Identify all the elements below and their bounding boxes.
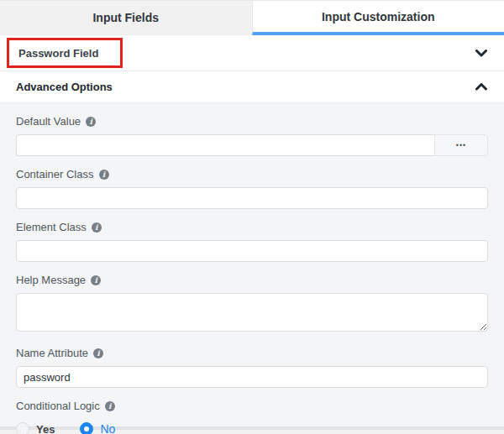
- info-icon[interactable]: i: [99, 170, 109, 180]
- form-builder-settings-panel: Input Fields Input Customization Passwor…: [0, 0, 504, 434]
- help-message-textarea[interactable]: [16, 293, 488, 332]
- radio-no-circle[interactable]: [80, 422, 93, 434]
- highlight-red-box: Password Field: [7, 38, 123, 68]
- help-message-group: Help Message i: [16, 274, 488, 335]
- element-class-input[interactable]: [16, 240, 488, 262]
- settings-tabbar: Input Fields Input Customization: [0, 1, 504, 35]
- radio-yes[interactable]: Yes: [16, 422, 55, 434]
- radio-no[interactable]: No: [80, 422, 115, 434]
- tab-input-fields[interactable]: Input Fields: [0, 1, 252, 35]
- container-class-group: Container Class i: [16, 168, 488, 209]
- name-attribute-label: Name Attribute: [16, 347, 88, 359]
- name-attribute-input[interactable]: [16, 366, 488, 388]
- container-class-input[interactable]: [16, 187, 488, 209]
- container-class-label: Container Class: [16, 168, 94, 180]
- info-icon[interactable]: i: [91, 275, 101, 285]
- default-value-label: Default Value: [16, 115, 81, 128]
- field-title: Password Field: [18, 47, 98, 60]
- info-icon[interactable]: i: [105, 401, 115, 411]
- tab-input-fields-label: Input Fields: [92, 11, 159, 24]
- advanced-options-body: Default Value i ••• Container Class i El…: [0, 102, 504, 426]
- advanced-options-header[interactable]: Advanced Options: [0, 71, 504, 102]
- tab-input-customization-label: Input Customization: [322, 10, 435, 24]
- radio-yes-label: Yes: [36, 423, 55, 434]
- default-value-input[interactable]: [16, 134, 434, 156]
- tab-input-customization[interactable]: Input Customization: [252, 1, 504, 35]
- name-attribute-group: Name Attribute i: [16, 347, 488, 388]
- info-icon[interactable]: i: [86, 117, 96, 127]
- chevron-down-icon[interactable]: [475, 50, 487, 57]
- next-section-strip[interactable]: [0, 430, 504, 434]
- info-icon[interactable]: i: [92, 222, 102, 233]
- radio-no-label: No: [100, 422, 115, 434]
- default-value-group: Default Value i •••: [16, 115, 488, 156]
- element-class-group: Element Class i: [16, 221, 488, 262]
- advanced-options-title: Advanced Options: [16, 81, 113, 93]
- element-class-label: Element Class: [16, 221, 87, 233]
- chevron-up-icon[interactable]: [475, 83, 487, 91]
- info-icon[interactable]: i: [93, 348, 103, 358]
- conditional-logic-label: Conditional Logic: [16, 400, 100, 412]
- radio-yes-circle[interactable]: [16, 422, 29, 434]
- help-message-label: Help Message: [16, 274, 86, 286]
- more-options-button[interactable]: •••: [434, 134, 488, 156]
- field-accordion-header[interactable]: Password Field: [0, 35, 504, 71]
